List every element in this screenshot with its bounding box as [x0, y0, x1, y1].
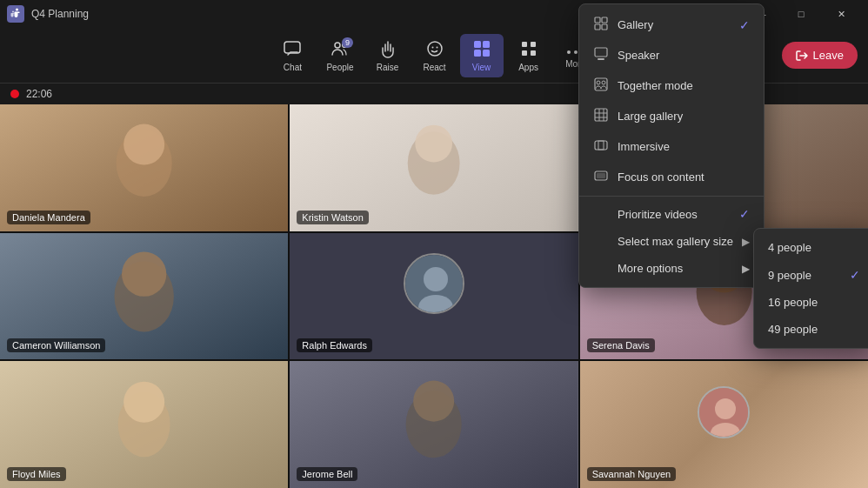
people-button[interactable]: 9 People: [317, 34, 362, 77]
video-cell-1: Daniela Mandera: [0, 104, 288, 231]
svg-rect-13: [531, 50, 536, 56]
video-grid: Daniela Mandera Kristin Watson Wa... Cam…: [0, 104, 868, 488]
toolbar: Chat 9 People Raise React View Apps: [0, 28, 868, 84]
svg-rect-28: [580, 104, 868, 231]
svg-rect-7: [483, 41, 490, 48]
view-icon: [472, 39, 491, 61]
apps-icon: [519, 39, 538, 61]
svg-point-45: [715, 398, 736, 419]
participant-name-8: Jerome Bell: [297, 467, 357, 481]
view-button[interactable]: View: [460, 34, 504, 77]
svg-point-43: [413, 381, 454, 422]
svg-rect-10: [522, 42, 527, 47]
share-label: Share: [741, 63, 765, 72]
camera-button[interactable]: Camera: [625, 36, 674, 76]
svg-point-5: [436, 46, 437, 48]
svg-point-16: [581, 50, 584, 54]
participant-name-1: Daniela Mandera: [7, 211, 90, 224]
apps-button[interactable]: Apps: [507, 34, 551, 77]
more-label: More: [565, 59, 585, 69]
title-bar: Q4 Planning ··· — □ ✕: [0, 0, 868, 28]
raise-button[interactable]: Raise: [366, 34, 410, 77]
maximize-button[interactable]: □: [781, 0, 821, 28]
title-bar-controls[interactable]: ··· — □ ✕: [701, 0, 861, 28]
react-button[interactable]: React: [413, 34, 457, 77]
toolbar-right: Camera Mic Share Leave: [625, 34, 858, 77]
mic-label: Mic: [696, 63, 710, 72]
mic-button[interactable]: Mic: [681, 34, 724, 77]
leave-label: Leave: [813, 49, 844, 62]
svg-point-14: [567, 50, 571, 54]
participant-name-7: Floyd Miles: [7, 467, 66, 481]
participant-name-6: Serena Davis: [587, 338, 655, 352]
svg-point-37: [704, 251, 744, 292]
people-label: People: [326, 63, 353, 72]
more-options-button[interactable]: More: [554, 37, 598, 74]
svg-rect-9: [483, 50, 490, 57]
participant-name-4: Cameron Williamson: [7, 338, 105, 352]
svg-point-31: [122, 251, 166, 296]
mic-icon: [695, 39, 711, 61]
view-label: View: [472, 63, 491, 72]
react-icon: [425, 39, 444, 61]
teams-logo: [7, 5, 24, 23]
video-cell-5: Ralph Edwards: [290, 233, 578, 360]
svg-point-3: [428, 42, 442, 56]
svg-rect-0: [284, 42, 300, 53]
status-bar: 22:06: [0, 84, 868, 104]
svg-rect-11: [531, 42, 536, 47]
svg-point-33: [424, 267, 448, 291]
share-button[interactable]: Share: [731, 34, 775, 77]
svg-rect-8: [474, 50, 481, 57]
more-button[interactable]: ···: [701, 0, 741, 28]
svg-point-24: [124, 124, 164, 165]
title-bar-left: Q4 Planning: [7, 5, 89, 23]
chat-label: Chat: [284, 63, 302, 72]
svg-point-15: [574, 50, 578, 54]
apps-label: Apps: [518, 63, 538, 72]
video-cell-8: Jerome Bell: [290, 361, 578, 488]
people-badge: 9: [342, 37, 353, 48]
video-cell-7: Floyd Miles: [0, 361, 288, 488]
participant-name-9: Savannah Nguyen: [587, 467, 677, 481]
leave-button[interactable]: Leave: [782, 42, 858, 69]
react-label: React: [424, 63, 446, 72]
raise-icon: [378, 39, 397, 61]
close-button[interactable]: ✕: [821, 0, 861, 28]
video-cell-3: Wa...: [580, 104, 868, 231]
svg-rect-6: [474, 41, 481, 48]
svg-point-1: [335, 43, 340, 48]
recording-indicator: [10, 90, 19, 98]
chat-icon: [283, 44, 302, 62]
camera-label: Camera: [634, 61, 665, 70]
camera-icon: [640, 41, 659, 59]
share-icon: [744, 39, 763, 61]
video-cell-4: Cameron Williamson: [0, 233, 288, 360]
raise-label: Raise: [377, 63, 399, 72]
chat-button[interactable]: Chat: [270, 34, 314, 77]
video-cell-2: Kristin Watson: [290, 104, 578, 231]
video-cell-6: Serena Davis: [580, 233, 868, 360]
svg-rect-12: [522, 50, 527, 56]
app-title: Q4 Planning: [31, 8, 89, 20]
svg-point-27: [416, 125, 453, 163]
call-time: 22:06: [26, 88, 52, 100]
participant-name-3: Wa...: [587, 211, 619, 224]
svg-point-40: [124, 382, 164, 423]
more-options-icon: [566, 42, 585, 57]
participant-name-2: Kristin Watson: [297, 211, 369, 224]
minimize-button[interactable]: —: [741, 0, 781, 28]
video-cell-9: Savannah Nguyen: [580, 361, 868, 488]
svg-point-4: [431, 46, 433, 48]
svg-rect-17: [641, 43, 653, 54]
participant-name-5: Ralph Edwards: [297, 338, 372, 352]
